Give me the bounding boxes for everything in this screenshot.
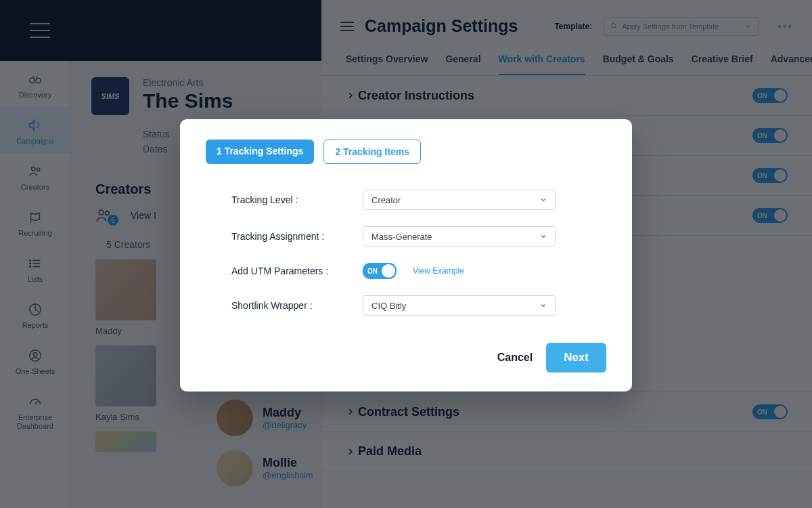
tracking-modal: 1 Tracking Settings 2 Tracking Items Tra…	[180, 119, 632, 391]
chevron-down-icon	[539, 196, 547, 204]
field-label-tracking-level: Tracking Level :	[206, 194, 363, 205]
chevron-down-icon	[539, 232, 547, 240]
select-tracking-assignment[interactable]: Mass-Generate	[363, 226, 556, 247]
field-label-tracking-assignment: Tracking Assignment :	[206, 231, 363, 242]
field-label-shortlink: Shortlink Wrapper :	[206, 300, 363, 311]
view-example-link[interactable]: View Example	[413, 266, 464, 276]
field-label-utm: Add UTM Parameters :	[206, 266, 363, 276]
next-button[interactable]: Next	[546, 343, 606, 373]
modal-tab-items[interactable]: 2 Tracking Items	[323, 140, 421, 164]
chevron-down-icon	[539, 301, 547, 310]
select-shortlink[interactable]: CIQ Bitly	[363, 295, 556, 316]
modal-tab-settings[interactable]: 1 Tracking Settings	[206, 140, 314, 164]
cancel-button[interactable]: Cancel	[497, 352, 533, 364]
select-tracking-level[interactable]: Creator	[363, 190, 556, 210]
utm-toggle[interactable]: ON	[363, 263, 397, 279]
